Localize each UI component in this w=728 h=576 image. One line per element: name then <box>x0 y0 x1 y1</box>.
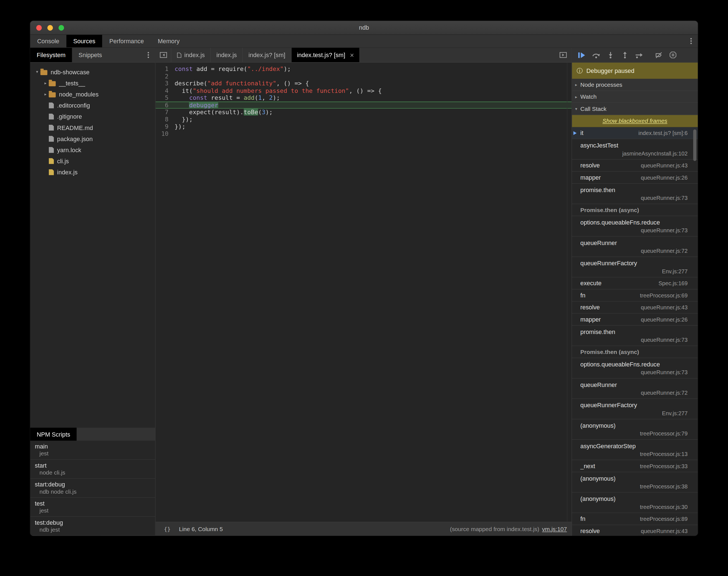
frame-location[interactable]: queueRunner.js:73 <box>581 194 688 202</box>
tree-item-editorconfig[interactable]: .editorconfig <box>30 100 155 111</box>
call-stack-frame-queuerunner[interactable]: queueRunner queueRunner.js:72 <box>572 379 698 399</box>
frame-location[interactable]: queueRunner.js:26 <box>641 174 688 180</box>
line-number[interactable]: 4 <box>156 87 173 94</box>
call-stack-frame-anonymous[interactable]: (anonymous) treeProcessor.js:38 <box>572 472 698 493</box>
line-number[interactable]: 1 <box>156 65 173 73</box>
tree-item-node-modules[interactable]: ▸ node_modules <box>30 89 155 100</box>
zoom-button[interactable] <box>58 25 64 30</box>
step-into-button[interactable] <box>603 49 618 61</box>
frame-location[interactable]: treeProcessor.js:89 <box>640 516 688 522</box>
tree-item-yarn-lock[interactable]: yarn.lock <box>30 144 155 155</box>
frame-location[interactable]: treeProcessor.js:13 <box>581 451 688 458</box>
call-stack-frame-promise-then[interactable]: promise.then queueRunner.js:73 <box>572 184 698 204</box>
main-tab-sources[interactable]: Sources <box>66 35 102 48</box>
line-number[interactable]: 10 <box>156 130 173 137</box>
navigator-toggle-button[interactable] <box>156 48 171 62</box>
call-stack-frame-options-queueablefns-reduce[interactable]: options.queueableFns.reduce queueRunner.… <box>572 358 698 379</box>
npm-script-test[interactable]: test jest <box>30 498 155 517</box>
disclosure-triangle-icon[interactable]: ▾ <box>34 69 40 74</box>
npm-script-main[interactable]: main jest <box>30 441 155 460</box>
npm-script-start[interactable]: start node cli.js <box>30 460 155 479</box>
pause-on-exceptions-button[interactable] <box>666 49 680 61</box>
close-button[interactable] <box>36 25 42 30</box>
frame-location[interactable]: treeProcessor.js:38 <box>581 483 688 490</box>
code-text[interactable]: }); <box>173 123 186 130</box>
section-watch[interactable]: ▸ Watch <box>572 91 698 103</box>
code-text[interactable]: const result = add(1, 2); <box>173 94 280 102</box>
frame-location[interactable]: queueRunner.js:26 <box>641 316 688 322</box>
code-text[interactable] <box>173 73 175 80</box>
frame-location[interactable]: treeProcessor.js:79 <box>581 430 688 437</box>
tree-item-cli-js[interactable]: cli.js <box>30 155 155 167</box>
scrollbar-thumb[interactable] <box>693 129 696 161</box>
code-text[interactable]: it("should add numbers passed to the fun… <box>173 87 382 94</box>
main-more-button[interactable] <box>684 35 698 48</box>
code-text[interactable]: }); <box>173 116 193 123</box>
sidebar-tab-snippets[interactable]: Snippets <box>72 48 109 62</box>
resume-button[interactable] <box>574 49 589 61</box>
sidebar-more-button[interactable] <box>141 48 155 62</box>
call-stack-frame-queuerunnerfactory[interactable]: queueRunnerFactory Env.js:277 <box>572 257 698 278</box>
main-tab-performance[interactable]: Performance <box>102 35 151 48</box>
frame-location[interactable]: Env.js:277 <box>581 410 688 417</box>
call-stack-frame-queuerunnerfactory[interactable]: queueRunnerFactory Env.js:277 <box>572 399 698 420</box>
call-stack-frame-asyncgeneratorstep[interactable]: asyncGeneratorStep treeProcessor.js:13 <box>572 440 698 460</box>
step-out-button[interactable] <box>618 49 632 61</box>
disclosure-triangle-icon[interactable]: ▸ <box>42 81 49 85</box>
editor-tab[interactable]: index.test.js? [sm] × <box>291 48 360 62</box>
frame-location[interactable]: treeProcessor.js:69 <box>640 292 688 298</box>
frame-location[interactable]: queueRunner.js:73 <box>581 336 688 344</box>
frame-location[interactable]: queueRunner.js:43 <box>641 304 688 311</box>
call-stack-frame-next[interactable]: _next treeProcessor.js:33 <box>572 460 698 472</box>
source-link[interactable]: vm.js:107 <box>542 526 567 532</box>
call-stack-frame-mapper[interactable]: mapper queueRunner.js:26 <box>572 172 698 184</box>
show-blackboxed-frames-button[interactable]: Show blackboxed frames <box>572 115 698 127</box>
section-node-processes[interactable]: ▸ Node processes <box>572 79 698 91</box>
call-stack-frame-resolve[interactable]: resolve queueRunner.js:43 <box>572 525 698 536</box>
disclosure-triangle-icon[interactable]: ▸ <box>42 92 49 96</box>
tree-item-index-js[interactable]: index.js <box>30 167 155 178</box>
deactivate-breakpoints-button[interactable] <box>651 49 666 61</box>
npm-script-test-debug[interactable]: test:debug ndb jest <box>30 517 155 536</box>
code-text[interactable]: debugger <box>173 102 218 109</box>
tree-item-readme-md[interactable]: README.md <box>30 122 155 133</box>
frame-location[interactable]: queueRunner.js:43 <box>641 162 688 169</box>
code-editor[interactable]: 1 const add = require("../index"); 2 3 d… <box>156 63 571 522</box>
line-number[interactable]: 6 <box>156 102 173 109</box>
code-text[interactable] <box>173 130 175 137</box>
section-call-stack[interactable]: ▾ Call Stack <box>572 103 698 115</box>
main-tab-console[interactable]: Console <box>30 35 66 48</box>
call-stack-frame-options-queueablefns-reduce[interactable]: options.queueableFns.reduce queueRunner.… <box>572 216 698 237</box>
open-panel-button[interactable] <box>555 48 571 62</box>
frame-location[interactable]: jasmineAsyncInstall.js:102 <box>581 150 688 157</box>
close-tab-icon[interactable]: × <box>350 52 354 58</box>
npm-script-start-debug[interactable]: start:debug ndb node cli.js <box>30 479 155 498</box>
line-number[interactable]: 7 <box>156 109 173 116</box>
frame-location[interactable]: queueRunner.js:43 <box>641 528 688 534</box>
call-stack-frame-fn[interactable]: fn treeProcessor.js:69 <box>572 289 698 301</box>
frame-location[interactable]: queueRunner.js:72 <box>581 389 688 397</box>
frame-location[interactable]: Spec.js:169 <box>658 280 687 286</box>
tree-item-gitignore[interactable]: .gitignore <box>30 111 155 122</box>
frame-location[interactable]: treeProcessor.js:33 <box>640 463 688 469</box>
line-number[interactable]: 2 <box>156 73 173 80</box>
frame-location[interactable]: Env.js:277 <box>581 268 688 275</box>
step-over-button[interactable] <box>589 49 603 61</box>
line-number[interactable]: 3 <box>156 80 173 87</box>
line-number[interactable]: 5 <box>156 94 173 102</box>
main-tab-memory[interactable]: Memory <box>151 35 187 48</box>
code-text[interactable]: describe("add functionality", () => { <box>173 80 309 87</box>
line-number[interactable]: 8 <box>156 116 173 123</box>
line-number[interactable]: 9 <box>156 123 173 130</box>
code-text[interactable]: expect(result).toBe(3); <box>173 109 273 116</box>
editor-scrollbar[interactable] <box>567 63 567 522</box>
call-stack-frame-it[interactable]: it index.test.js? [sm]:6 <box>572 127 698 139</box>
editor-tab[interactable]: index.js <box>171 48 211 62</box>
sidebar-tab-filesystem[interactable]: Filesystem <box>30 48 72 62</box>
call-stack-frame-anonymous[interactable]: (anonymous) treeProcessor.js:30 <box>572 493 698 513</box>
frame-location[interactable]: queueRunner.js:72 <box>581 247 688 255</box>
frame-location[interactable]: queueRunner.js:73 <box>581 227 688 234</box>
npm-scripts-tab[interactable]: NPM Scripts <box>30 428 77 441</box>
editor-tab[interactable]: index.js? [sm] <box>243 48 291 62</box>
call-stack-frame-mapper[interactable]: mapper queueRunner.js:26 <box>572 314 698 326</box>
